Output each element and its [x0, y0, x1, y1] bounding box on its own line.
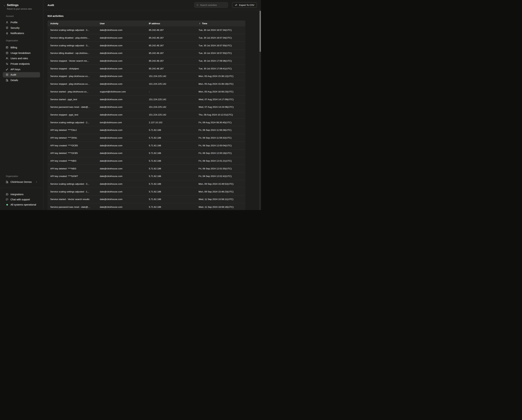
column-header-user[interactable]: User — [100, 22, 149, 25]
sort-desc-icon — [199, 22, 201, 25]
activity-cell: API key deleted: ****OCB5 — [50, 152, 100, 154]
table-row: Service password was reset - dale@...dal… — [47, 103, 245, 111]
status-label: All systems operational — [10, 203, 36, 206]
ip-cell: 5.71.62.186 — [149, 198, 199, 201]
org-switcher-clickhouse-demos[interactable]: ClickHouse Demos — [3, 179, 40, 185]
time-cell: Wed, 07 Aug 2024 14:17:09(UTC) — [199, 98, 245, 101]
time-cell: Mon, 05 Aug 2024 16:08:23(UTC) — [199, 90, 245, 93]
activity-cell: Service scaling settings adjusted - 3... — [50, 44, 100, 47]
user-cell: dale@clickhouse.com — [100, 67, 149, 70]
export-csv-button[interactable]: Export To CSV — [232, 2, 257, 8]
activity-cell: Service started - play.clickhouse.co... — [50, 90, 100, 93]
section-label-org-switcher: Organization — [0, 175, 43, 178]
table-header-row: Activity User IP address Time — [47, 21, 245, 26]
table-row: Service password was reset - dale@...dal… — [47, 203, 245, 210]
users-roles-icon — [6, 57, 9, 60]
user-cell: dale@clickhouse.com — [100, 44, 149, 47]
sidebar-item-api-keys[interactable]: API keys — [3, 67, 40, 72]
sidebar-item-label: Integrations — [10, 193, 23, 196]
ip-cell: 85.242.48.167 — [149, 44, 199, 47]
topbar: Audit Export To CSV — [43, 0, 261, 10]
activity-cell: Service idling disabled - play.clickho..… — [50, 37, 100, 39]
back-chevron-icon[interactable] — [3, 4, 6, 7]
ip-cell: 151.224.225.142 — [149, 106, 199, 108]
organization-nav: BillingUsage breakdownUsers and rolesPri… — [0, 45, 43, 83]
table-row: API key created: ****hBI3dale@clickhouse… — [47, 157, 245, 165]
user-cell: dale@clickhouse.com — [100, 98, 149, 101]
sidebar-item-profile[interactable]: Profile — [3, 20, 40, 25]
user-cell: dale@clickhouse.com — [100, 144, 149, 147]
user-cell: dale@clickhouse.com — [100, 175, 149, 178]
sidebar-item-details[interactable]: Details — [3, 78, 40, 83]
table-row: Service scaling settings adjusted - 1...… — [47, 188, 245, 195]
time-cell: Wed, 11 Sep 2024 18:06:16(UTC) — [199, 206, 245, 208]
main-area: Audit Export To CSV 918 activities Activ… — [43, 0, 261, 210]
ip-cell: 5.71.62.186 — [149, 144, 199, 147]
time-cell: Mon, 09 Sep 2024 15:39:52(UTC) — [199, 183, 245, 185]
ip-cell: 85.242.48.167 — [149, 29, 199, 31]
sidebar-item-label: Private endpoints — [10, 62, 30, 65]
account-nav: ProfileSecurityNotifications — [0, 20, 43, 36]
sidebar-item-chat-with-support[interactable]: Chat with support — [3, 197, 40, 202]
ip-cell: 85.242.48.167 — [149, 52, 199, 54]
sidebar-item-users-and-roles[interactable]: Users and roles — [3, 56, 40, 61]
sidebar-item-billing[interactable]: Billing — [3, 45, 40, 50]
search-input[interactable] — [200, 4, 226, 6]
activity-cell: API key deleted: ****2KNc — [50, 137, 100, 139]
time-cell: Mon, 09 Sep 2024 15:46:23(UTC) — [199, 190, 245, 193]
scrollbar-track[interactable] — [259, 10, 261, 210]
column-header-time[interactable]: Time — [199, 22, 245, 25]
ip-cell: 151.224.225.142 — [149, 113, 199, 116]
activity-cell: Service stopped - clickpipes — [50, 67, 100, 70]
table-row: Service started - play.clickhouse.co...s… — [47, 88, 245, 96]
ip-cell: 5.71.62.186 — [149, 183, 199, 185]
time-cell: Tue, 30 Jul 2024 16:57:50(UTC) — [199, 52, 245, 54]
activity-cell: Service stopped - pypi_test — [50, 113, 100, 116]
activity-cell: API key created: ****bXWT — [50, 175, 100, 178]
settings-sidebar: Settings Return to your service view Acc… — [0, 0, 43, 210]
sidebar-item-security[interactable]: Security — [3, 25, 40, 31]
system-status-item[interactable]: All systems operational — [3, 202, 40, 207]
ip-cell: 151.224.225.142 — [149, 75, 199, 78]
column-header-activity[interactable]: Activity — [50, 22, 100, 25]
time-cell: Fri, 06 Sep 2024 12:00:04(UTC) — [199, 144, 245, 147]
time-cell: Tue, 30 Jul 2024 16:57:50(UTC) — [199, 44, 245, 47]
time-cell: Fri, 06 Sep 2024 11:59:32(UTC) — [199, 137, 245, 139]
column-header-ip[interactable]: IP address — [149, 22, 199, 25]
usage-breakdown-icon — [6, 51, 9, 54]
sidebar-item-usage-breakdown[interactable]: Usage breakdown — [3, 50, 40, 56]
time-cell: Tue, 30 Jul 2024 17:09:36(UTC) — [199, 60, 245, 62]
profile-icon — [6, 21, 9, 24]
time-cell: Tue, 30 Jul 2024 17:09:41(UTC) — [199, 67, 245, 70]
user-cell: support@clickhouse.com — [100, 90, 149, 93]
sidebar-item-label: Billing — [10, 46, 17, 49]
ip-cell: 5.71.62.186 — [149, 152, 199, 154]
sidebar-header: Settings Return to your service view — [0, 3, 43, 10]
ip-cell: 5.71.62.186 — [149, 137, 199, 139]
time-cell: Wed, 11 Sep 2024 10:56:11(UTC) — [199, 198, 245, 201]
ip-cell: 85.242.48.167 — [149, 67, 199, 70]
sidebar-item-notifications[interactable]: Notifications — [3, 31, 40, 36]
return-to-service-link[interactable]: Return to your service view — [7, 8, 32, 10]
sidebar-item-integrations[interactable]: Integrations — [3, 192, 40, 197]
table-row: API key deleted: ****2KNcdale@clickhouse… — [47, 134, 245, 142]
activity-cell: Service scaling settings adjusted - 2... — [50, 121, 100, 124]
sidebar-divider — [0, 188, 43, 188]
sidebar-item-private-endpoints[interactable]: Private endpoints — [3, 61, 40, 67]
sidebar-item-audit[interactable]: Audit — [3, 72, 40, 78]
activity-cell: Service stopped - play.clickhouse.co... — [50, 75, 100, 78]
sidebar-item-label: Security — [10, 26, 19, 29]
user-cell: dale@clickhouse.com — [100, 75, 149, 78]
table-row: Service idling disabled - play.clickho..… — [47, 34, 245, 42]
user-cell: dale@clickhouse.com — [100, 198, 149, 201]
ip-cell: 85.242.48.167 — [149, 60, 199, 62]
table-row: Service stopped - play.clickhouse.co...d… — [47, 80, 245, 88]
chevron-right-icon — [35, 181, 38, 183]
time-cell: Mon, 05 Aug 2024 15:36:12(UTC) — [199, 75, 245, 78]
activity-cell: Service stopped - Vector search res... — [50, 60, 100, 62]
activity-cell: Service scaling settings adjusted - 3... — [50, 29, 100, 31]
table-row: API key deleted: ****hBI3dale@clickhouse… — [47, 165, 245, 172]
scrollbar-thumb[interactable] — [260, 11, 261, 52]
table-row: API key created: ****OCB5dale@clickhouse… — [47, 142, 245, 149]
notifications-icon — [6, 32, 9, 35]
